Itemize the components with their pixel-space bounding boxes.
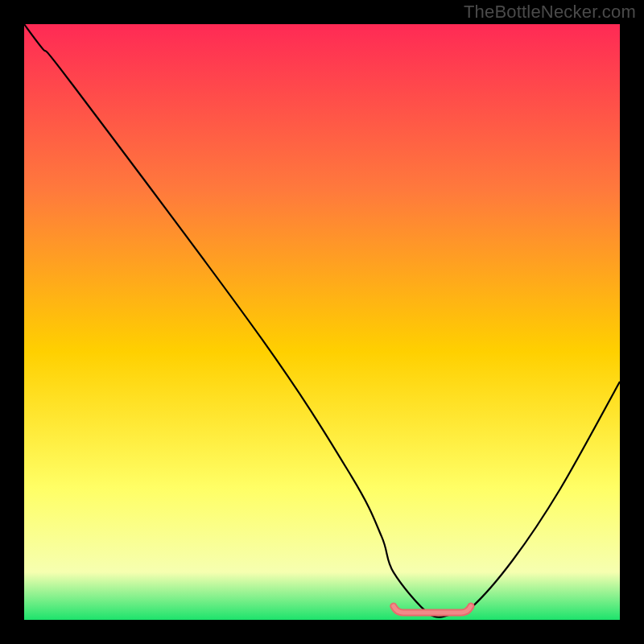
watermark-text: TheBottleNecker.com (464, 2, 636, 23)
chart-svg (24, 24, 620, 620)
plot-area (24, 24, 620, 620)
gradient-background (24, 24, 620, 620)
chart-frame: TheBottleNecker.com (0, 0, 644, 644)
